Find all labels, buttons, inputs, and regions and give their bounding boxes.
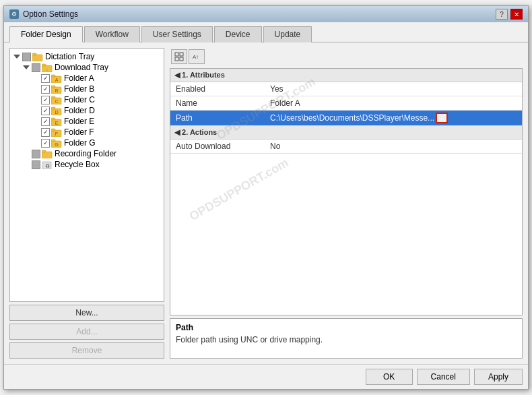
expand-download-tray[interactable] — [22, 63, 32, 72]
prop-name-auto-download: Auto Download — [170, 140, 265, 154]
prop-value-auto-download: No — [265, 140, 522, 154]
tree-label-folder-g: Folder G — [64, 138, 96, 148]
prop-row-path[interactable]: Path C:\Users\bes\Documents\DSSPlayer\Me… — [170, 111, 522, 126]
checkbox-download-tray[interactable] — [32, 63, 40, 72]
section-header-actions: ◀ 2. Actions — [170, 126, 522, 140]
tree-item-recording-folder[interactable]: Recording Folder — [13, 148, 161, 159]
properties-table-container[interactable]: ◀ 1. Attributes Enabled Yes Name Folder … — [170, 68, 523, 315]
expand-folder-g — [32, 138, 41, 148]
left-panel: Dictation Tray ↓ Download Tray — [9, 48, 164, 359]
svg-rect-21 — [51, 129, 55, 131]
checkbox-recycle-box[interactable] — [32, 160, 40, 169]
svg-text:C: C — [55, 99, 58, 104]
section-collapse-icon-2[interactable]: ◀ — [174, 128, 182, 136]
svg-text:B: B — [55, 88, 59, 93]
prop-row-enabled[interactable]: Enabled Yes — [170, 82, 522, 96]
folder-icon-f: F — [51, 128, 62, 137]
tab-update[interactable]: Update — [263, 26, 312, 42]
section-collapse-icon[interactable]: ◀ — [174, 71, 182, 79]
svg-rect-15 — [51, 107, 55, 109]
path-browse-button[interactable]: ... — [436, 113, 448, 123]
folder-icon-e: E — [51, 117, 62, 126]
svg-rect-24 — [51, 140, 55, 142]
section-label-attributes: 1. Attributes — [182, 71, 225, 79]
window-title: Option Settings — [23, 9, 78, 19]
cancel-button[interactable]: Cancel — [417, 369, 470, 385]
svg-rect-31 — [180, 53, 183, 56]
folder-icon-g: G — [51, 139, 62, 148]
checkbox-folder-c[interactable] — [41, 96, 50, 104]
path-value-cell: C:\Users\bes\Documents\DSSPlayer\Messe..… — [270, 113, 517, 123]
tree-label-folder-b: Folder B — [64, 84, 94, 94]
grid-view-button[interactable] — [171, 49, 187, 64]
expand-folder-d — [32, 106, 41, 115]
expand-folder-e — [32, 117, 41, 126]
apply-button[interactable]: Apply — [474, 369, 523, 385]
prop-name-name: Name — [170, 96, 265, 111]
tree-item-folder-f[interactable]: F Folder F — [13, 127, 161, 138]
sort-icon: A ↑ — [192, 52, 201, 61]
expand-folder-b — [32, 84, 41, 94]
close-button[interactable]: ✕ — [510, 9, 523, 20]
tab-folder-design[interactable]: Folder Design — [9, 26, 83, 42]
folder-icon-b: B — [51, 85, 62, 94]
add-button[interactable]: Add... — [9, 324, 164, 340]
tree-label-folder-f: Folder F — [64, 127, 94, 137]
checkbox-folder-b[interactable] — [41, 85, 50, 94]
folder-icon-recycle: ♻ — [42, 160, 53, 169]
title-bar-controls: ? ✕ — [496, 9, 523, 20]
tree-item-folder-g[interactable]: G Folder G — [13, 138, 161, 148]
tree-item-folder-b[interactable]: B Folder B — [13, 84, 161, 94]
checkbox-dictation-tray[interactable] — [22, 53, 31, 61]
tree-label-recycle-box: Recycle Box — [55, 160, 100, 169]
tab-workflow[interactable]: Workflow — [84, 26, 140, 42]
tab-user-settings[interactable]: User Settings — [141, 26, 213, 42]
svg-rect-6 — [51, 75, 55, 77]
tree-item-download-tray[interactable]: ↓ Download Tray — [13, 62, 161, 73]
folder-icon-download-tray: ↓ — [42, 63, 53, 72]
folder-icon-recording — [42, 150, 53, 158]
svg-rect-30 — [175, 53, 178, 56]
svg-text:G: G — [55, 142, 58, 147]
expand-dictation-tray[interactable] — [13, 52, 22, 61]
tab-device[interactable]: Device — [214, 26, 262, 42]
checkbox-folder-d[interactable] — [41, 107, 50, 115]
app-icon: ⚙ — [9, 9, 19, 19]
expand-folder-a — [32, 73, 41, 83]
tree-item-folder-a[interactable]: A Folder A — [13, 73, 161, 84]
bottom-bar: OK Cancel Apply — [4, 364, 528, 389]
tree-item-dictation-tray[interactable]: Dictation Tray — [13, 51, 161, 62]
ok-button[interactable]: OK — [366, 369, 413, 385]
svg-text:↓: ↓ — [46, 67, 48, 71]
folder-icon-a: A — [51, 74, 62, 83]
svg-rect-32 — [175, 57, 178, 61]
svg-rect-9 — [51, 86, 55, 88]
checkbox-folder-a[interactable] — [41, 74, 50, 83]
prop-row-name[interactable]: Name Folder A — [170, 96, 522, 111]
tree-item-recycle-box[interactable]: ♻ Recycle Box — [13, 159, 161, 170]
new-button[interactable]: New... — [9, 305, 164, 321]
tree-item-folder-c[interactable]: C Folder C — [13, 94, 161, 105]
right-toolbar: A ↑ — [170, 48, 523, 65]
tree-item-folder-d[interactable]: D Folder D — [13, 105, 161, 116]
remove-button[interactable]: Remove — [9, 342, 164, 359]
checkbox-recording-folder[interactable] — [32, 150, 40, 158]
tree-item-folder-e[interactable]: E Folder E — [13, 116, 161, 127]
svg-text:A: A — [55, 78, 59, 82]
expand-recording-folder — [22, 149, 32, 158]
svg-rect-18 — [51, 118, 55, 120]
checkbox-folder-e[interactable] — [41, 117, 50, 126]
folder-tree[interactable]: Dictation Tray ↓ Download Tray — [9, 48, 164, 302]
tree-label-folder-a: Folder A — [64, 73, 94, 83]
description-title: Path — [176, 323, 517, 332]
sort-button[interactable]: A ↑ — [189, 49, 205, 64]
checkbox-folder-g[interactable] — [41, 139, 50, 148]
help-button[interactable]: ? — [496, 9, 508, 20]
prop-row-auto-download[interactable]: Auto Download No — [170, 140, 522, 154]
svg-rect-1 — [32, 53, 36, 55]
tree-label-folder-c: Folder C — [64, 95, 95, 104]
svg-text:D: D — [55, 110, 58, 115]
prop-value-enabled: Yes — [265, 82, 522, 96]
checkbox-folder-f[interactable] — [41, 128, 50, 137]
expand-folder-f — [32, 127, 41, 137]
